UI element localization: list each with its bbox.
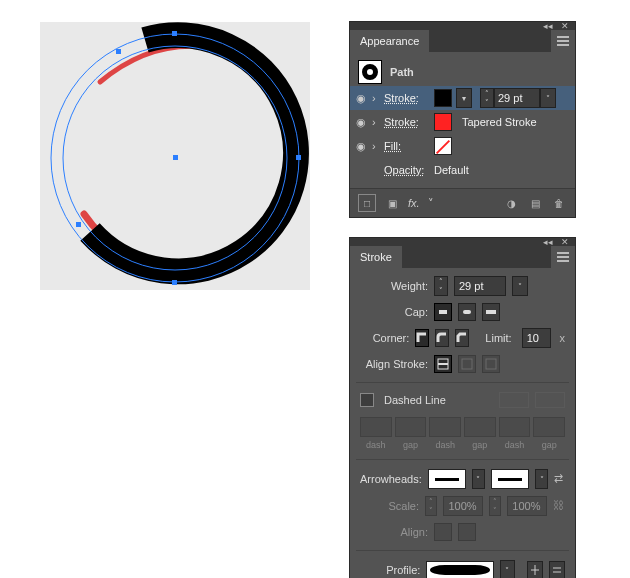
panel-menu-icon[interactable]	[551, 30, 575, 52]
opacity-value[interactable]: Default	[434, 164, 469, 176]
limit-field[interactable]: 10	[522, 328, 551, 348]
corner-miter-icon[interactable]	[415, 329, 429, 347]
panel-header: ◂◂ ✕	[350, 22, 575, 30]
weight-stepper[interactable]: ˄˅	[434, 276, 448, 296]
swatch-red[interactable]	[434, 113, 452, 131]
limit-label: Limit:	[485, 332, 511, 344]
weight-label: Weight:	[360, 280, 428, 292]
svg-rect-3	[172, 280, 177, 285]
svg-rect-13	[462, 359, 472, 369]
svg-rect-10	[486, 310, 496, 314]
profile-dropdown[interactable]: ˅	[500, 560, 514, 578]
expand-icon[interactable]: ›	[372, 116, 380, 128]
svg-rect-14	[486, 359, 496, 369]
appearance-row-fill[interactable]: ◉ › Fill:	[350, 134, 575, 158]
fx-button[interactable]: fx.	[408, 197, 420, 209]
visibility-icon[interactable]: ◉	[354, 139, 368, 153]
flip-across-icon[interactable]	[549, 561, 565, 578]
scale-label: Scale:	[360, 500, 419, 512]
attr-label[interactable]: Fill:	[384, 140, 430, 152]
scale-end-field: 100%	[507, 496, 547, 516]
object-thumb	[358, 60, 382, 84]
cap-round-icon[interactable]	[458, 303, 476, 321]
scale-end-stepper: ˄˅	[489, 496, 501, 516]
flip-along-icon[interactable]	[527, 561, 543, 578]
corner-label: Corner:	[360, 332, 409, 344]
object-type: Path	[390, 66, 414, 78]
align-center-icon[interactable]	[434, 355, 452, 373]
arrow-end-dropdown[interactable]: ˅	[535, 469, 548, 489]
clear-icon[interactable]: ▣	[384, 195, 400, 211]
profile-swatch[interactable]	[426, 561, 494, 578]
expand-icon[interactable]: ›	[372, 92, 380, 104]
dash-gap-fields: dash gap dash gap dash gap	[360, 417, 565, 450]
arrow-align-tip-icon	[458, 523, 476, 541]
appearance-row-stroke-2[interactable]: ◉ › Stroke: Tapered Stroke	[350, 110, 575, 134]
svg-rect-4	[296, 155, 301, 160]
trash-icon[interactable]: 🗑	[551, 195, 567, 211]
weight-dropdown[interactable]: ˅	[512, 276, 528, 296]
appearance-row-opacity[interactable]: ◉ › Opacity: Default	[350, 158, 575, 182]
attr-label[interactable]: Stroke:	[384, 116, 430, 128]
dash-preserve-icon	[499, 392, 529, 408]
no-selection-icon[interactable]: □	[358, 194, 376, 212]
visibility-icon[interactable]: ◉	[354, 91, 368, 105]
expand-icon[interactable]: ›	[372, 140, 380, 152]
attr-label[interactable]: Stroke:	[384, 92, 430, 104]
svg-rect-2	[172, 31, 177, 36]
stroke-style: Tapered Stroke	[462, 116, 537, 128]
tab-appearance[interactable]: Appearance	[350, 30, 429, 52]
dashed-label[interactable]: Dashed Line	[384, 394, 446, 406]
svg-rect-12	[438, 363, 448, 365]
visibility-icon[interactable]: ◉	[354, 115, 368, 129]
appearance-row-stroke-1[interactable]: ◉ › Stroke: ▾ ˄˅ 29 pt ˅	[350, 86, 575, 110]
link-scale-icon: ⛓	[553, 499, 565, 513]
corner-bevel-icon[interactable]	[455, 329, 469, 347]
svg-rect-7	[116, 49, 121, 54]
swatch-black[interactable]	[434, 89, 452, 107]
weight-field[interactable]: 29 pt	[454, 276, 506, 296]
path-circle[interactable]	[40, 22, 310, 290]
x-symbol: x	[560, 332, 566, 344]
swap-arrows-icon[interactable]: ⇄	[554, 472, 565, 486]
svg-rect-8	[439, 310, 447, 314]
scale-start-stepper: ˄˅	[425, 496, 437, 516]
corner-round-icon[interactable]	[435, 329, 449, 347]
artboard[interactable]	[40, 22, 310, 290]
panel-menu-icon[interactable]	[551, 246, 575, 268]
stroke-panel: ◂◂ ✕ Stroke Weight: ˄˅ 29 pt ˅ Cap:	[350, 238, 575, 578]
align-arrow-label: Align:	[360, 526, 428, 538]
cap-label: Cap:	[360, 306, 428, 318]
fx-dropdown-icon[interactable]: ˅	[428, 197, 434, 210]
appearance-footer: □ ▣ fx. ˅ ◑ ▤ 🗑	[350, 188, 575, 217]
profile-label: Profile:	[360, 564, 420, 576]
dash-align-icon	[535, 392, 565, 408]
dropdown-icon[interactable]: ˅	[540, 88, 556, 108]
arrowheads-label: Arrowheads:	[360, 473, 422, 485]
dashed-checkbox[interactable]	[360, 393, 374, 407]
duplicate-icon[interactable]: ◑	[503, 195, 519, 211]
appearance-panel: ◂◂ ✕ Appearance Path ◉ › Stroke: ▾ ˄˅ 29…	[350, 22, 575, 217]
opacity-label[interactable]: Opacity:	[384, 164, 430, 176]
scale-start-field: 100%	[443, 496, 483, 516]
align-outside-icon	[482, 355, 500, 373]
arrow-start-dropdown[interactable]: ˅	[472, 469, 485, 489]
arrow-start-swatch[interactable]	[428, 469, 466, 489]
svg-rect-5	[76, 222, 81, 227]
stroke-weight-value[interactable]: 29 pt	[494, 88, 540, 108]
svg-rect-9	[463, 310, 471, 314]
stepper[interactable]: ˄˅	[480, 88, 494, 108]
cap-butt-icon[interactable]	[434, 303, 452, 321]
cap-square-icon[interactable]	[482, 303, 500, 321]
panel-header: ◂◂ ✕	[350, 238, 575, 246]
align-stroke-label: Align Stroke:	[360, 358, 428, 370]
tab-stroke[interactable]: Stroke	[350, 246, 402, 268]
align-inside-icon	[458, 355, 476, 373]
svg-rect-6	[173, 155, 178, 160]
arrow-end-swatch[interactable]	[491, 469, 529, 489]
swatch-none[interactable]	[434, 137, 452, 155]
new-icon[interactable]: ▤	[527, 195, 543, 211]
arrow-align-extend-icon	[434, 523, 452, 541]
swatch-dropdown[interactable]: ▾	[456, 88, 472, 108]
